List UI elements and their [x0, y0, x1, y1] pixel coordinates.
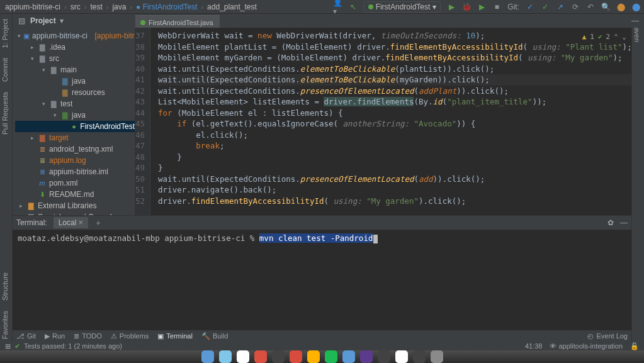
- tree-iml[interactable]: ≣appium-bitrise.iml: [15, 166, 135, 177]
- tool-windows-icon[interactable]: ⊞: [5, 342, 11, 350]
- crumb-src[interactable]: src: [69, 3, 82, 11]
- dock-app[interactable]: [360, 350, 373, 363]
- dock-app[interactable]: [395, 350, 408, 363]
- stop-button[interactable]: ■: [492, 3, 501, 11]
- tree-first-android-test[interactable]: ●FirstAndroidTest: [15, 121, 135, 132]
- dock-app[interactable]: [237, 350, 249, 363]
- warning-icon: ▲: [582, 31, 587, 43]
- terminal-command: mvn clean test -Pandroid: [259, 233, 373, 243]
- chevron-right-icon: ›: [64, 3, 67, 11]
- caret-position[interactable]: 41:38: [525, 342, 543, 350]
- tab-problems[interactable]: ⚠ Problems: [111, 332, 149, 340]
- run-icon: [368, 4, 373, 9]
- tab-run[interactable]: ▶ Run: [45, 332, 65, 340]
- ide-updates-icon[interactable]: ⬤: [616, 3, 625, 11]
- editor-tabbar: FirstAndroidTest.java: [135, 14, 631, 28]
- vcs-push-icon[interactable]: ↗: [556, 3, 565, 11]
- editor-body[interactable]: ▲1 ✔2 ⌃ ⌄ 373839404142434445464748495051…: [135, 28, 631, 215]
- dock-app[interactable]: [272, 350, 285, 363]
- breadcrumb-bar: appium-bitrise-ci › src › test › java › …: [0, 0, 644, 14]
- dock-app[interactable]: [254, 350, 267, 363]
- tree-test[interactable]: ▾▇test: [15, 98, 135, 109]
- tree-root[interactable]: ▾▣appium-bitrise-ci [appium-bitrise] ~/a: [15, 30, 135, 42]
- tab-commit[interactable]: Commit: [0, 53, 10, 87]
- add-config-icon[interactable]: 👤▾: [334, 3, 342, 11]
- run-config-dropdown[interactable]: FirstAndroidTest ▾: [364, 1, 441, 13]
- chevron-right-icon: ›: [130, 3, 132, 11]
- dock-app[interactable]: [431, 350, 443, 363]
- editor-tab-label: FirstAndroidTest.java: [149, 19, 213, 26]
- crumb-method[interactable]: add_plant_test: [206, 3, 258, 11]
- hammer-icon[interactable]: ↖: [349, 3, 358, 11]
- crumb-class[interactable]: ● FirstAndroidTest: [135, 3, 198, 11]
- terminal-body[interactable]: moataz.eldebsy@moataznabil-mbp appium-bi…: [13, 230, 631, 247]
- main-toolbar-right: 👤▾ ↖ FirstAndroidTest ▾ ▶ 🐞 ▶ ■ Git: ✓ ✓…: [334, 1, 640, 13]
- crumb-project[interactable]: appium-bitrise-ci: [4, 3, 62, 11]
- tree-src[interactable]: ▾▇src: [15, 53, 135, 64]
- avatar-icon[interactable]: ⬤: [631, 3, 640, 11]
- tab-project[interactable]: 1: Project: [0, 14, 10, 53]
- tab-build[interactable]: 🔨 Build: [201, 332, 228, 340]
- breadcrumb: appium-bitrise-ci › src › test › java › …: [4, 3, 334, 11]
- dock-app[interactable]: [219, 350, 232, 363]
- tree-resources[interactable]: ▇resources: [15, 87, 135, 98]
- tab-pull-requests[interactable]: Pull Requests: [0, 87, 10, 140]
- dock-app[interactable]: [290, 350, 302, 363]
- dock-app[interactable]: [378, 350, 390, 363]
- gear-icon[interactable]: ✿: [607, 218, 614, 227]
- left-tool-strip: 1: Project Commit Pull Requests Structur…: [0, 14, 13, 350]
- editor-tab[interactable]: FirstAndroidTest.java: [135, 15, 220, 28]
- chevron-down-icon[interactable]: ▾: [60, 16, 64, 25]
- plugin-badge[interactable]: 👁 applitools-integration: [550, 342, 623, 350]
- dock-app[interactable]: [201, 350, 214, 363]
- terminal-title: Terminal:: [16, 218, 47, 227]
- run-button[interactable]: ▶: [447, 3, 456, 11]
- hide-icon[interactable]: —: [620, 218, 628, 227]
- chevron-right-icon: ›: [201, 3, 203, 11]
- ok-icon: ✔: [598, 31, 602, 43]
- crumb-java[interactable]: java: [111, 3, 127, 11]
- mac-dock: [0, 350, 644, 363]
- line-number-gutter: 37383940414243444546474849505152: [135, 28, 150, 215]
- vcs-rollback-icon[interactable]: ↶: [586, 3, 595, 11]
- tree-main[interactable]: ▾▇main: [15, 64, 135, 75]
- project-tree[interactable]: ▾▣appium-bitrise-ci [appium-bitrise] ~/a…: [13, 28, 135, 215]
- tab-favorites[interactable]: Favorites: [0, 306, 10, 344]
- dock-app[interactable]: [325, 350, 337, 363]
- tree-appium-log[interactable]: ≣appium.log: [15, 155, 135, 166]
- tab-todo[interactable]: ≣ TODO: [74, 332, 102, 340]
- lock-icon[interactable]: 🔓: [630, 342, 639, 350]
- search-icon[interactable]: 🔍: [601, 3, 610, 11]
- terminal-prompt: moataz.eldebsy@moataznabil-mbp appium-bi…: [18, 233, 254, 243]
- vcs-history-icon[interactable]: ⟳: [571, 3, 580, 11]
- hide-icon[interactable]: —: [630, 16, 640, 25]
- vcs-commit-icon[interactable]: ✓: [541, 3, 550, 11]
- tree-testng-xml[interactable]: ≣android_testng.xml: [15, 143, 135, 155]
- dock-app[interactable]: [307, 350, 320, 363]
- tab-git[interactable]: ⎇ Git: [16, 332, 36, 340]
- tab-event-log[interactable]: ◴ Event Log: [587, 332, 628, 340]
- dock-app[interactable]: [413, 350, 426, 363]
- tab-terminal[interactable]: ▣ Terminal: [157, 332, 193, 340]
- dock-app[interactable]: [342, 350, 355, 363]
- tree-readme[interactable]: ⬇README.md: [15, 189, 135, 200]
- code-view[interactable]: WebDriverWait wait = new WebDriverWait(d…: [150, 28, 631, 215]
- tab-structure[interactable]: Structure: [0, 267, 10, 306]
- tree-target[interactable]: ▸▇target: [15, 132, 135, 143]
- terminal-new-tab[interactable]: ＋: [94, 218, 102, 228]
- tree-main-java[interactable]: ▇java: [15, 75, 135, 87]
- vcs-update-icon[interactable]: ✓: [526, 3, 534, 11]
- tree-pom[interactable]: mpom.xml: [15, 177, 135, 189]
- debug-button[interactable]: 🐞: [462, 3, 471, 11]
- tree-idea[interactable]: ▸▇.idea: [15, 42, 135, 53]
- inspections-widget[interactable]: ▲1 ✔2 ⌃ ⌄: [582, 31, 626, 43]
- chevron-down-icon: ▾: [432, 3, 436, 11]
- crumb-test[interactable]: test: [89, 3, 103, 11]
- tree-test-java[interactable]: ▾▇java: [15, 109, 135, 121]
- chevron-right-icon: ›: [106, 3, 109, 11]
- status-tests: Tests passed: 1 (2 minutes ago): [24, 342, 122, 350]
- tree-external-libs[interactable]: ▸▇External Libraries: [15, 200, 135, 211]
- terminal-tab-local[interactable]: Local ×: [54, 217, 88, 228]
- coverage-button[interactable]: ▶: [477, 3, 486, 11]
- git-label: Git:: [507, 3, 519, 11]
